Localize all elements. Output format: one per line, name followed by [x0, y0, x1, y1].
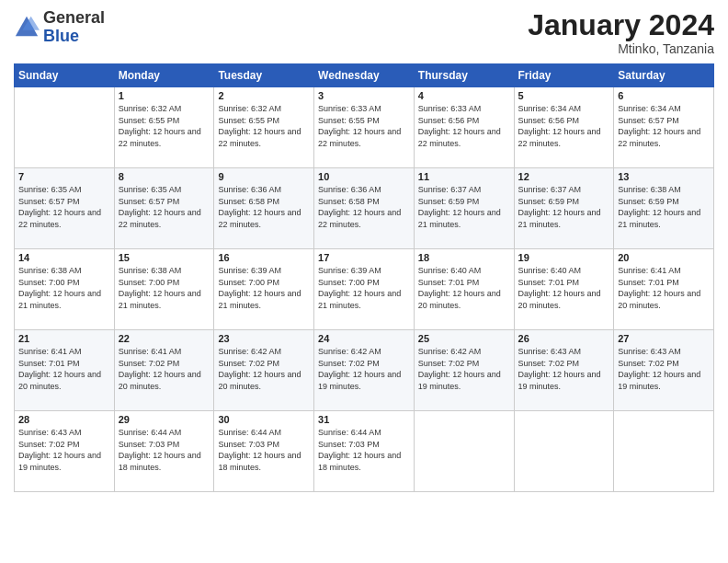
day-number: 14: [18, 252, 110, 263]
cell-content: Sunrise: 6:44 AM Sunset: 7:03 PM Dayligh…: [119, 427, 210, 473]
cell-content: Sunrise: 6:39 AM Sunset: 7:00 PM Dayligh…: [218, 265, 310, 311]
day-number: 3: [318, 90, 410, 101]
day-number: 28: [18, 414, 110, 425]
day-number: 6: [618, 90, 710, 101]
calendar-cell: 8Sunrise: 6:35 AM Sunset: 6:57 PM Daylig…: [114, 168, 214, 249]
calendar-cell: [15, 87, 115, 168]
calendar-cell: 28Sunrise: 6:43 AM Sunset: 7:02 PM Dayli…: [15, 411, 115, 492]
cell-content: Sunrise: 6:40 AM Sunset: 7:01 PM Dayligh…: [518, 265, 610, 311]
calendar-cell: [514, 411, 614, 492]
calendar-cell: 29Sunrise: 6:44 AM Sunset: 7:03 PM Dayli…: [114, 411, 214, 492]
calendar-cell: 15Sunrise: 6:38 AM Sunset: 7:00 PM Dayli…: [114, 249, 214, 330]
day-number: 15: [119, 252, 210, 263]
day-number: 26: [518, 333, 610, 344]
logo-general: General: [43, 8, 105, 27]
calendar-cell: 26Sunrise: 6:43 AM Sunset: 7:02 PM Dayli…: [514, 330, 614, 411]
calendar-cell: 17Sunrise: 6:39 AM Sunset: 7:00 PM Dayli…: [314, 249, 415, 330]
title-block: January 2024 Mtinko, Tanzania: [528, 9, 714, 56]
day-number: 12: [518, 171, 610, 182]
calendar-cell: 9Sunrise: 6:36 AM Sunset: 6:58 PM Daylig…: [214, 168, 314, 249]
day-number: 16: [218, 252, 310, 263]
cell-content: Sunrise: 6:42 AM Sunset: 7:02 PM Dayligh…: [318, 346, 410, 392]
calendar-cell: 14Sunrise: 6:38 AM Sunset: 7:00 PM Dayli…: [15, 249, 115, 330]
calendar-cell: 16Sunrise: 6:39 AM Sunset: 7:00 PM Dayli…: [214, 249, 314, 330]
location: Mtinko, Tanzania: [528, 41, 714, 56]
cell-content: Sunrise: 6:37 AM Sunset: 6:59 PM Dayligh…: [418, 184, 510, 230]
day-number: 7: [18, 171, 110, 182]
calendar-cell: 25Sunrise: 6:42 AM Sunset: 7:02 PM Dayli…: [414, 330, 514, 411]
cell-content: Sunrise: 6:40 AM Sunset: 7:01 PM Dayligh…: [418, 265, 510, 311]
day-number: 25: [418, 333, 510, 344]
cell-content: Sunrise: 6:42 AM Sunset: 7:02 PM Dayligh…: [418, 346, 510, 392]
calendar-cell: 19Sunrise: 6:40 AM Sunset: 7:01 PM Dayli…: [514, 249, 614, 330]
logo-blue: Blue: [43, 27, 79, 45]
calendar-week-1: 1Sunrise: 6:32 AM Sunset: 6:55 PM Daylig…: [15, 87, 714, 168]
calendar-cell: 10Sunrise: 6:36 AM Sunset: 6:58 PM Dayli…: [314, 168, 415, 249]
calendar-cell: 6Sunrise: 6:34 AM Sunset: 6:57 PM Daylig…: [614, 87, 714, 168]
calendar-cell: 23Sunrise: 6:42 AM Sunset: 7:02 PM Dayli…: [214, 330, 314, 411]
cell-content: Sunrise: 6:33 AM Sunset: 6:55 PM Dayligh…: [318, 103, 410, 149]
cell-content: Sunrise: 6:32 AM Sunset: 6:55 PM Dayligh…: [119, 103, 210, 149]
calendar-week-4: 21Sunrise: 6:41 AM Sunset: 7:01 PM Dayli…: [15, 330, 714, 411]
day-number: 4: [418, 90, 510, 101]
calendar-cell: [414, 411, 514, 492]
day-number: 1: [119, 90, 210, 101]
day-number: 30: [218, 414, 310, 425]
calendar-cell: 2Sunrise: 6:32 AM Sunset: 6:55 PM Daylig…: [214, 87, 314, 168]
logo: General Blue: [14, 9, 105, 46]
header-sunday: Sunday: [15, 64, 115, 87]
header-saturday: Saturday: [614, 64, 714, 87]
calendar-week-2: 7Sunrise: 6:35 AM Sunset: 6:57 PM Daylig…: [15, 168, 714, 249]
calendar-cell: 30Sunrise: 6:44 AM Sunset: 7:03 PM Dayli…: [214, 411, 314, 492]
cell-content: Sunrise: 6:44 AM Sunset: 7:03 PM Dayligh…: [318, 427, 410, 473]
header-wednesday: Wednesday: [314, 64, 415, 87]
day-number: 23: [218, 333, 310, 344]
calendar-cell: 4Sunrise: 6:33 AM Sunset: 6:56 PM Daylig…: [414, 87, 514, 168]
cell-content: Sunrise: 6:43 AM Sunset: 7:02 PM Dayligh…: [18, 427, 110, 473]
cell-content: Sunrise: 6:35 AM Sunset: 6:57 PM Dayligh…: [18, 184, 110, 230]
day-number: 5: [518, 90, 610, 101]
calendar-cell: 11Sunrise: 6:37 AM Sunset: 6:59 PM Dayli…: [414, 168, 514, 249]
day-number: 20: [618, 252, 710, 263]
cell-content: Sunrise: 6:39 AM Sunset: 7:00 PM Dayligh…: [318, 265, 410, 311]
calendar-cell: 13Sunrise: 6:38 AM Sunset: 6:59 PM Dayli…: [614, 168, 714, 249]
calendar-cell: [614, 411, 714, 492]
day-number: 11: [418, 171, 510, 182]
cell-content: Sunrise: 6:38 AM Sunset: 7:00 PM Dayligh…: [18, 265, 110, 311]
cell-content: Sunrise: 6:41 AM Sunset: 7:02 PM Dayligh…: [119, 346, 210, 392]
page-header: General Blue January 2024 Mtinko, Tanzan…: [14, 9, 714, 56]
cell-content: Sunrise: 6:34 AM Sunset: 6:56 PM Dayligh…: [518, 103, 610, 149]
cell-content: Sunrise: 6:38 AM Sunset: 7:00 PM Dayligh…: [119, 265, 210, 311]
calendar-cell: 18Sunrise: 6:40 AM Sunset: 7:01 PM Dayli…: [414, 249, 514, 330]
day-number: 19: [518, 252, 610, 263]
day-number: 31: [318, 414, 410, 425]
cell-content: Sunrise: 6:35 AM Sunset: 6:57 PM Dayligh…: [119, 184, 210, 230]
day-number: 27: [618, 333, 710, 344]
cell-content: Sunrise: 6:44 AM Sunset: 7:03 PM Dayligh…: [218, 427, 310, 473]
header-tuesday: Tuesday: [214, 64, 314, 87]
calendar-cell: 5Sunrise: 6:34 AM Sunset: 6:56 PM Daylig…: [514, 87, 614, 168]
header-monday: Monday: [114, 64, 214, 87]
day-number: 9: [218, 171, 310, 182]
calendar-cell: 3Sunrise: 6:33 AM Sunset: 6:55 PM Daylig…: [314, 87, 415, 168]
logo-icon: [14, 15, 40, 40]
weekday-header-row: Sunday Monday Tuesday Wednesday Thursday…: [15, 64, 714, 87]
cell-content: Sunrise: 6:43 AM Sunset: 7:02 PM Dayligh…: [518, 346, 610, 392]
day-number: 29: [119, 414, 210, 425]
day-number: 24: [318, 333, 410, 344]
calendar-cell: 1Sunrise: 6:32 AM Sunset: 6:55 PM Daylig…: [114, 87, 214, 168]
cell-content: Sunrise: 6:41 AM Sunset: 7:01 PM Dayligh…: [618, 265, 710, 311]
day-number: 18: [418, 252, 510, 263]
day-number: 8: [119, 171, 210, 182]
day-number: 17: [318, 252, 410, 263]
cell-content: Sunrise: 6:36 AM Sunset: 6:58 PM Dayligh…: [218, 184, 310, 230]
calendar-week-3: 14Sunrise: 6:38 AM Sunset: 7:00 PM Dayli…: [15, 249, 714, 330]
calendar-cell: 7Sunrise: 6:35 AM Sunset: 6:57 PM Daylig…: [15, 168, 115, 249]
cell-content: Sunrise: 6:42 AM Sunset: 7:02 PM Dayligh…: [218, 346, 310, 392]
day-number: 21: [18, 333, 110, 344]
cell-content: Sunrise: 6:36 AM Sunset: 6:58 PM Dayligh…: [318, 184, 410, 230]
cell-content: Sunrise: 6:32 AM Sunset: 6:55 PM Dayligh…: [218, 103, 310, 149]
cell-content: Sunrise: 6:33 AM Sunset: 6:56 PM Dayligh…: [418, 103, 510, 149]
cell-content: Sunrise: 6:43 AM Sunset: 7:02 PM Dayligh…: [618, 346, 710, 392]
header-thursday: Thursday: [414, 64, 514, 87]
